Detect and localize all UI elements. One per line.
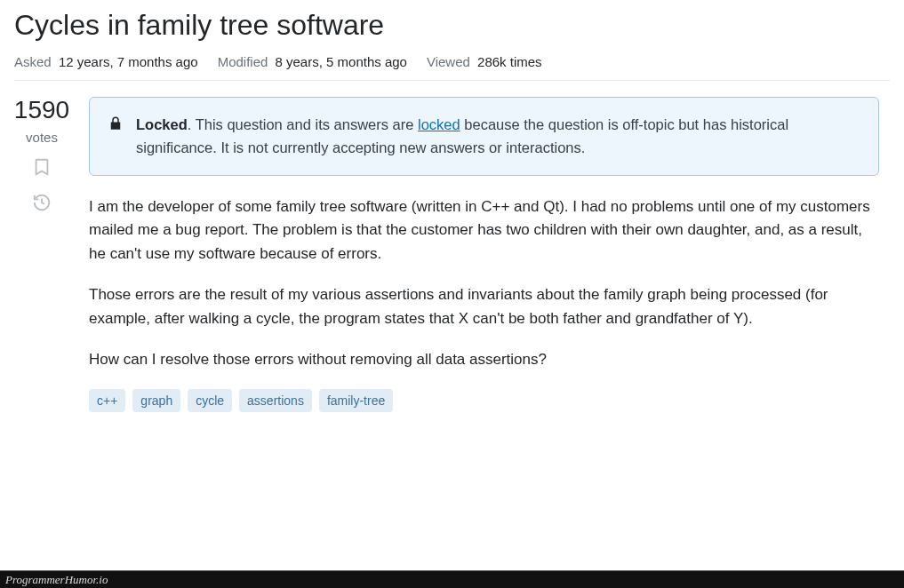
meta-asked-value: 12 years, 7 months ago [59, 54, 198, 69]
locked-notice-text: Locked. This question and its answers ar… [136, 114, 860, 159]
history-icon[interactable] [32, 193, 52, 216]
meta-modified-label: Modified [218, 54, 268, 69]
meta-viewed: Viewed 286k times [427, 54, 542, 69]
locked-notice: Locked. This question and its answers ar… [89, 97, 879, 176]
tag-cycle[interactable]: cycle [188, 389, 232, 412]
tag-family-tree[interactable]: family-tree [319, 389, 393, 412]
question-body-column: Locked. This question and its answers ar… [89, 97, 890, 412]
locked-link[interactable]: locked [418, 116, 460, 132]
meta-viewed-label: Viewed [427, 54, 470, 69]
meta-modified: Modified 8 years, 5 months ago [218, 54, 407, 69]
body-para-3: How can I resolve those errors without r… [89, 348, 879, 371]
watermark-text: ProgrammerHumor.io [5, 573, 108, 587]
meta-viewed-value: 286k times [477, 54, 542, 69]
question-body: I am the developer of some family tree s… [89, 195, 879, 371]
tag-cpp[interactable]: c++ [89, 389, 125, 412]
tag-list: c++ graph cycle assertions family-tree [89, 389, 879, 412]
notice-strong: Locked [136, 116, 188, 132]
vote-count: 1590 [14, 97, 69, 124]
meta-asked-label: Asked [14, 54, 52, 69]
bookmark-icon[interactable] [32, 157, 52, 180]
meta-asked: Asked 12 years, 7 months ago [14, 54, 198, 69]
vote-column: 1590 votes [14, 97, 69, 412]
lock-icon [108, 115, 124, 159]
body-para-1: I am the developer of some family tree s… [89, 195, 879, 266]
body-para-2: Those errors are the result of my variou… [89, 283, 879, 330]
question-title: Cycles in family tree software [14, 9, 890, 42]
question-meta: Asked 12 years, 7 months ago Modified 8 … [14, 54, 890, 81]
watermark-bar: ProgrammerHumor.io [0, 570, 904, 588]
meta-modified-value: 8 years, 5 months ago [276, 54, 407, 69]
tag-assertions[interactable]: assertions [239, 389, 312, 412]
tag-graph[interactable]: graph [132, 389, 180, 412]
notice-prefix: . This question and its answers are [188, 116, 418, 132]
vote-label: votes [26, 130, 58, 145]
